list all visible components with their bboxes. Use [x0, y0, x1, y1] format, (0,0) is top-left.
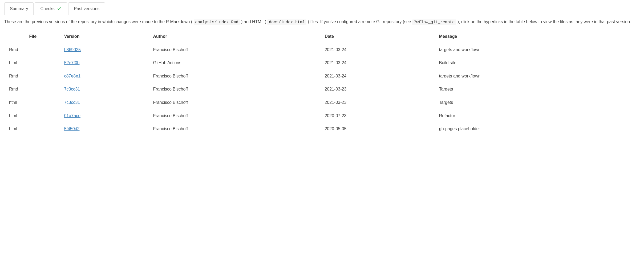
tab-past-versions-label: Past versions [74, 6, 99, 11]
cell-message: Refactor [436, 109, 640, 122]
tab-bar: Summary Checks Past versions [4, 2, 640, 15]
table-row: Rmdc87e8e1Francisco Bischoff2021-03-24ta… [4, 69, 640, 83]
cell-version: 5f450d2 [62, 122, 151, 136]
cell-date: 2021-03-23 [322, 83, 436, 96]
version-link[interactable]: 52e7f0b [64, 60, 80, 65]
intro-part-4: ), click on the hyperlinks in the table … [457, 19, 631, 24]
cell-file: html [4, 56, 62, 69]
version-link[interactable]: 5f450d2 [64, 126, 80, 131]
cell-message: targets and workflowr [436, 69, 640, 83]
col-author: Author [151, 30, 322, 43]
cell-date: 2021-03-24 [322, 56, 436, 69]
cell-version: 7c3cc31 [62, 96, 151, 109]
cell-version: b869025 [62, 43, 151, 56]
cell-message: targets and workflowr [436, 43, 640, 56]
cell-date: 2020-07-23 [322, 109, 436, 122]
version-link[interactable]: 7c3cc31 [64, 87, 80, 91]
cell-version: c87e8e1 [62, 69, 151, 83]
version-link[interactable]: b869025 [64, 47, 81, 52]
cell-date: 2021-03-24 [322, 43, 436, 56]
tab-summary[interactable]: Summary [4, 2, 34, 15]
cell-message: gh-pages placeholder [436, 122, 640, 136]
col-version: Version [62, 30, 151, 43]
version-link[interactable]: 01a7ace [64, 113, 80, 118]
col-file: File [4, 30, 62, 43]
cell-message: Build site. [436, 56, 640, 69]
tab-past-versions[interactable]: Past versions [68, 2, 105, 15]
col-date: Date [322, 30, 436, 43]
intro-text: These are the previous versions of the r… [4, 18, 640, 26]
cell-version: 7c3cc31 [62, 83, 151, 96]
code-rmd-path: analysis/index.Rmd [194, 19, 240, 25]
cell-file: html [4, 96, 62, 109]
cell-author: GitHub Actions [151, 56, 322, 69]
cell-file: Rmd [4, 83, 62, 96]
cell-file: Rmd [4, 43, 62, 56]
code-wflow-cmd: ?wflow_git_remote [412, 19, 456, 25]
table-row: html52e7f0bGitHub Actions2021-03-24Build… [4, 56, 640, 69]
cell-author: Francisco Bischoff [151, 109, 322, 122]
version-link[interactable]: 7c3cc31 [64, 100, 80, 105]
cell-author: Francisco Bischoff [151, 96, 322, 109]
cell-message: Targets [436, 83, 640, 96]
cell-author: Francisco Bischoff [151, 122, 322, 136]
intro-part-3: ) files. If you've configured a remote G… [308, 19, 412, 24]
table-row: html7c3cc31Francisco Bischoff2021-03-23T… [4, 96, 640, 109]
code-html-path: docs/index.html [267, 19, 306, 25]
cell-date: 2020-05-05 [322, 122, 436, 136]
check-icon [57, 6, 62, 11]
versions-table: File Version Author Date Message Rmdb869… [4, 30, 640, 136]
cell-file: Rmd [4, 69, 62, 83]
cell-file: html [4, 122, 62, 136]
cell-date: 2021-03-23 [322, 96, 436, 109]
cell-version: 52e7f0b [62, 56, 151, 69]
cell-message: Targets [436, 96, 640, 109]
tab-checks-label: Checks [40, 6, 54, 11]
cell-version: 01a7ace [62, 109, 151, 122]
version-link[interactable]: c87e8e1 [64, 74, 80, 78]
cell-author: Francisco Bischoff [151, 69, 322, 83]
table-row: Rmdb869025Francisco Bischoff2021-03-24ta… [4, 43, 640, 56]
cell-date: 2021-03-24 [322, 69, 436, 83]
tab-summary-label: Summary [10, 6, 28, 11]
tab-checks[interactable]: Checks [35, 2, 67, 15]
intro-part-1: These are the previous versions of the r… [4, 19, 192, 24]
table-row: html01a7aceFrancisco Bischoff2020-07-23R… [4, 109, 640, 122]
table-row: html5f450d2Francisco Bischoff2020-05-05g… [4, 122, 640, 136]
table-header-row: File Version Author Date Message [4, 30, 640, 43]
cell-author: Francisco Bischoff [151, 43, 322, 56]
cell-file: html [4, 109, 62, 122]
col-message: Message [436, 30, 640, 43]
table-row: Rmd7c3cc31Francisco Bischoff2021-03-23Ta… [4, 83, 640, 96]
intro-part-2: ) and HTML ( [241, 19, 266, 24]
cell-author: Francisco Bischoff [151, 83, 322, 96]
